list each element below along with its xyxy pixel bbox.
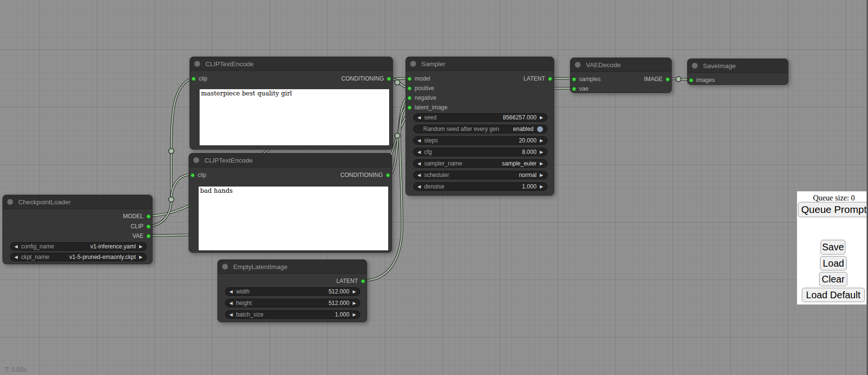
collapse-icon[interactable] xyxy=(575,62,581,68)
node-title: CLIPTextEncode xyxy=(205,60,254,68)
input-slot-label: negative xyxy=(415,94,436,101)
output-slot-clip: CLIP xyxy=(4,223,151,230)
widget-width[interactable]: ◀ width 512.000 ▶ xyxy=(225,287,360,296)
node-cliptextencode-negative[interactable]: CLIPTextEncode clip CONDITIONING bad han… xyxy=(189,153,392,253)
input-slot-images: images xyxy=(689,76,786,84)
arrow-left-icon[interactable]: ◀ xyxy=(417,139,421,143)
collapse-icon[interactable] xyxy=(222,264,228,270)
arrow-right-icon[interactable]: ▶ xyxy=(353,313,356,317)
arrow-right-icon[interactable]: ▶ xyxy=(540,162,543,166)
arrow-right-icon[interactable]: ▶ xyxy=(139,255,143,259)
reroute-dot[interactable] xyxy=(395,133,400,139)
reroute-dot[interactable] xyxy=(676,77,681,82)
widget-random-seed-toggle[interactable]: Random seed after every gen enabled xyxy=(413,125,547,133)
output-slot-label: LATENT xyxy=(523,75,545,82)
output-slot-label: IMAGE xyxy=(644,76,663,82)
arrow-right-icon[interactable]: ▶ xyxy=(540,150,543,154)
widget-ckpt-name[interactable]: ◀ ckpt_name v1-5-pruned-emaonly.ckpt ▶ xyxy=(10,253,147,261)
widget-label: Random seed after every gen xyxy=(423,126,499,132)
queue-prompt-button[interactable]: Queue Prompt xyxy=(798,202,868,217)
node-vaedecode[interactable]: VAEDecode samples vae IMAGE xyxy=(570,58,672,93)
output-slot-dot-icon[interactable] xyxy=(387,77,391,81)
widget-config-name[interactable]: ◀ config_name v1-inference.yaml ▶ xyxy=(10,242,147,251)
input-slot-dot-icon[interactable] xyxy=(407,96,412,100)
node-titlebar[interactable]: EmptyLatentImage xyxy=(218,260,367,274)
reroute-dot[interactable] xyxy=(169,149,174,154)
arrow-left-icon[interactable]: ◀ xyxy=(417,116,421,120)
positive-prompt-textarea[interactable]: masterpiece best quality girl xyxy=(200,89,389,145)
widget-value: 1.000 xyxy=(335,311,349,318)
toggle-dot-icon[interactable] xyxy=(537,126,543,132)
node-titlebar[interactable]: CLIPTextEncode xyxy=(189,153,392,167)
clear-button[interactable]: Clear xyxy=(819,272,847,286)
node-cliptextencode-positive[interactable]: CLIPTextEncode clip CONDITIONING masterp… xyxy=(190,57,393,150)
save-button[interactable]: Save xyxy=(820,240,845,255)
node-titlebar[interactable]: Sampler xyxy=(406,57,554,71)
widget-label: sampler_name xyxy=(424,160,462,167)
input-slot-dot-icon[interactable] xyxy=(407,86,412,91)
output-slot-dot-icon[interactable] xyxy=(666,77,670,82)
arrow-right-icon[interactable]: ▶ xyxy=(540,173,543,177)
widget-steps[interactable]: ◀ steps 20.000 ▶ xyxy=(413,136,547,145)
arrow-right-icon[interactable]: ▶ xyxy=(353,290,356,294)
widget-value: 8.000 xyxy=(522,149,536,155)
widget-value: 20.000 xyxy=(519,137,536,144)
arrow-right-icon[interactable]: ▶ xyxy=(540,139,543,143)
widget-scheduler[interactable]: ◀ scheduler normal ▶ xyxy=(413,171,547,179)
input-slot-dot-icon[interactable] xyxy=(407,105,412,110)
arrow-left-icon[interactable]: ◀ xyxy=(417,162,421,166)
arrow-left-icon[interactable]: ◀ xyxy=(417,150,421,154)
reroute-dot[interactable] xyxy=(169,197,174,202)
node-titlebar[interactable]: VAEDecode xyxy=(571,58,671,72)
output-slot-dot-icon[interactable] xyxy=(361,279,365,283)
arrow-left-icon[interactable]: ◀ xyxy=(417,185,421,189)
node-title: CheckpointLoader xyxy=(18,199,71,206)
widget-batch-size[interactable]: ◀ batch_size 1.000 ▶ xyxy=(225,310,360,319)
input-slot-latent-image: latent_image xyxy=(407,104,552,111)
widget-denoise[interactable]: ◀ denoise 1.000 ▶ xyxy=(413,182,547,191)
widget-cfg[interactable]: ◀ cfg 8.000 ▶ xyxy=(413,148,547,156)
output-slot-dot-icon[interactable] xyxy=(146,214,151,219)
node-title: SaveImage xyxy=(703,62,736,70)
output-slot-dot-icon[interactable] xyxy=(548,77,552,81)
widget-seed[interactable]: ◀ seed 8566257.000 ▶ xyxy=(413,113,547,122)
arrow-right-icon[interactable]: ▶ xyxy=(540,116,543,120)
widget-height[interactable]: ◀ height 512.000 ▶ xyxy=(225,299,360,307)
output-slot-dot-icon[interactable] xyxy=(146,224,151,229)
arrow-left-icon[interactable]: ◀ xyxy=(229,290,233,294)
node-sampler[interactable]: Sampler model positive negative latent_i… xyxy=(405,57,554,196)
negative-prompt-textarea[interactable]: bad hands xyxy=(199,187,388,250)
arrow-right-icon[interactable]: ▶ xyxy=(139,245,143,249)
arrow-left-icon[interactable]: ◀ xyxy=(14,245,18,249)
input-slot-dot-icon[interactable] xyxy=(689,78,693,82)
output-slot-dot-icon[interactable] xyxy=(386,173,390,177)
node-titlebar[interactable]: CLIPTextEncode xyxy=(190,57,392,71)
arrow-left-icon[interactable]: ◀ xyxy=(417,173,421,177)
arrow-left-icon[interactable]: ◀ xyxy=(229,313,233,317)
node-titlebar[interactable]: SaveImage xyxy=(688,59,788,73)
load-button[interactable]: Load xyxy=(820,256,847,270)
node-titlebar[interactable]: CheckpointLoader xyxy=(3,195,152,209)
arrow-right-icon[interactable]: ▶ xyxy=(353,301,356,305)
output-slot-label: LATENT xyxy=(336,278,358,284)
arrow-left-icon[interactable]: ◀ xyxy=(14,255,18,259)
input-slot-dot-icon[interactable] xyxy=(572,87,576,91)
arrow-left-icon[interactable]: ◀ xyxy=(229,301,233,305)
output-slot-dot-icon[interactable] xyxy=(146,234,151,238)
collapse-icon[interactable] xyxy=(692,63,698,69)
input-slot-label: images xyxy=(696,77,715,83)
node-emptylatentimage[interactable]: EmptyLatentImage LATENT ◀ width 512.000 … xyxy=(217,259,367,322)
collapse-icon[interactable] xyxy=(410,61,416,67)
collapse-icon[interactable] xyxy=(7,199,13,205)
widget-sampler-name[interactable]: ◀ sampler_name sample_euler ▶ xyxy=(413,159,547,168)
reroute-dot[interactable] xyxy=(395,80,400,85)
node-saveimage[interactable]: SaveImage images xyxy=(687,59,788,85)
widget-label: steps xyxy=(424,137,438,144)
node-checkpointloader[interactable]: CheckpointLoader MODEL CLIP VAE ◀ config… xyxy=(2,195,153,264)
widget-value: 512.000 xyxy=(329,288,349,295)
arrow-right-icon[interactable]: ▶ xyxy=(540,185,543,189)
load-default-button[interactable]: Load Default xyxy=(802,288,865,302)
output-slot-conditioning: CONDITIONING xyxy=(191,75,391,82)
collapse-icon[interactable] xyxy=(194,61,200,67)
collapse-icon[interactable] xyxy=(193,157,199,163)
